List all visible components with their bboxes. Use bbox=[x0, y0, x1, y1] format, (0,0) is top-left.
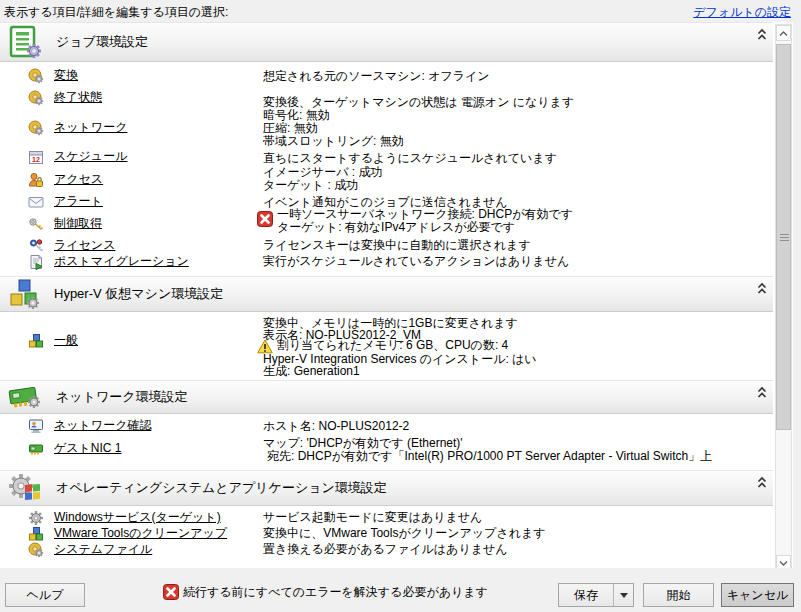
item-link-take-control[interactable]: 制御取得 bbox=[28, 215, 102, 232]
item-label: ゲストNIC 1 bbox=[54, 440, 122, 457]
item-label: スケジュール bbox=[54, 148, 127, 165]
detail-take-control-error-line2: ターゲット: 有効なIPv4アドレスが必要です bbox=[277, 221, 573, 234]
help-button-label: ヘルプ bbox=[27, 587, 64, 604]
save-dropdown-button[interactable] bbox=[613, 584, 633, 606]
nic-card-icon bbox=[28, 441, 44, 457]
item-link-windows-services[interactable]: Windowsサービス(ターゲット) bbox=[28, 509, 221, 526]
keys-icon bbox=[28, 216, 44, 232]
gear-disc-icon bbox=[28, 90, 44, 106]
vertical-scrollbar[interactable] bbox=[775, 24, 792, 572]
hyperv-vm-settings-icon bbox=[8, 278, 40, 310]
help-button[interactable]: ヘルプ bbox=[5, 583, 85, 607]
double-chevron-up-icon bbox=[756, 386, 768, 399]
chevron-up-icon bbox=[778, 29, 789, 38]
item-link-post-migration[interactable]: ポストマイグレーション bbox=[28, 253, 189, 270]
cubes-icon bbox=[28, 333, 44, 349]
start-button[interactable]: 開始 bbox=[643, 583, 714, 607]
detail-memory-cpu: 割り当てられたメモリ: 6 GB、CPUの数: 4 bbox=[277, 339, 508, 352]
dropdown-arrow-icon bbox=[620, 593, 628, 598]
script-play-icon bbox=[28, 254, 44, 270]
footer-error-text: 続行する前にすべてのエラーを解決する必要があります bbox=[183, 584, 488, 600]
item-label: アクセス bbox=[54, 171, 103, 188]
scroll-up-button[interactable] bbox=[776, 25, 791, 41]
detail-schedule: 直ちにスタートするようにスケジュールされています bbox=[263, 152, 557, 165]
item-label: 終了状態 bbox=[54, 89, 102, 106]
section-header-job: ジョブ環境設定 bbox=[0, 22, 773, 62]
double-chevron-up-icon bbox=[756, 476, 768, 489]
gear-disc-icon bbox=[28, 68, 44, 84]
item-label: 一般 bbox=[54, 332, 78, 349]
item-link-access[interactable]: アクセス bbox=[28, 171, 103, 188]
error-icon bbox=[257, 211, 273, 227]
item-link-conversion[interactable]: 変換 bbox=[28, 67, 78, 84]
collapse-os-button[interactable] bbox=[754, 474, 770, 490]
item-label: Windowsサービス(ターゲット) bbox=[54, 509, 221, 526]
item-link-system-files[interactable]: システムファイル bbox=[28, 541, 152, 558]
detail-source-machine: 想定される元のソースマシン: オフライン bbox=[263, 70, 490, 83]
save-button-label[interactable]: 保存 bbox=[559, 587, 613, 604]
detail-system-files: 置き換える必要があるファイルはありません bbox=[263, 543, 508, 556]
item-link-guest-nic[interactable]: ゲストNIC 1 bbox=[28, 440, 122, 457]
item-label: ポストマイグレーション bbox=[54, 253, 189, 270]
os-settings-icon bbox=[8, 472, 42, 504]
section-title-os: オペレーティングシステムとアプリケーション環境設定 bbox=[56, 479, 387, 497]
collapse-network-button[interactable] bbox=[754, 384, 770, 400]
section-title-hyperv: Hyper-V 仮想マシン環境設定 bbox=[54, 285, 223, 303]
collapse-hyperv-button[interactable] bbox=[754, 280, 770, 296]
defaults-settings-link[interactable]: デフォルトの設定 bbox=[693, 4, 791, 21]
item-link-schedule[interactable]: 12 スケジュール bbox=[28, 148, 127, 165]
section-header-hyperv: Hyper-V 仮想マシン環境設定 bbox=[0, 276, 773, 312]
page-title: 表示する項目/詳細を編集する項目の選択: bbox=[4, 4, 228, 21]
double-chevron-up-icon bbox=[756, 282, 768, 295]
double-chevron-up-icon bbox=[756, 28, 768, 41]
item-label: ネットワーク bbox=[54, 119, 127, 136]
chevron-down-icon bbox=[778, 559, 789, 568]
save-split-button[interactable]: 保存 bbox=[558, 583, 634, 607]
item-label: ネットワーク確認 bbox=[54, 417, 151, 434]
section-header-os: オペレーティングシステムとアプリケーション環境設定 bbox=[0, 470, 773, 506]
cancel-button[interactable]: キャンセル bbox=[721, 583, 794, 607]
detail-generation: 生成: Generation1 bbox=[263, 365, 360, 378]
gear-disc-icon bbox=[28, 120, 44, 136]
detail-services-mode: サービス起動モードに変更はありません bbox=[263, 511, 482, 524]
gear-icon bbox=[28, 510, 44, 526]
svg-text:12: 12 bbox=[32, 155, 40, 162]
job-configuration-window: 表示する項目/詳細を編集する項目の選択: デフォルトの設定 ジョブ環境設定 bbox=[0, 0, 801, 612]
error-icon bbox=[163, 584, 179, 600]
collapse-job-button[interactable] bbox=[754, 26, 770, 42]
item-link-end-states[interactable]: 終了状態 bbox=[28, 89, 102, 106]
calendar-icon: 12 bbox=[28, 149, 44, 165]
item-label: システムファイル bbox=[54, 541, 152, 558]
detail-nic-dest: 宛先: DHCPが有効です「Intel(R) PRO/1000 PT Serve… bbox=[267, 450, 712, 463]
start-button-label: 開始 bbox=[667, 587, 691, 604]
item-link-network-check[interactable]: ネットワーク確認 bbox=[28, 417, 151, 434]
license-key-icon bbox=[28, 238, 44, 254]
item-link-vmware-tools-cleanup[interactable]: VMware Toolsのクリーンアップ bbox=[28, 525, 227, 542]
section-title-network: ネットワーク環境設定 bbox=[56, 388, 188, 406]
detail-throttling: 帯域スロットリング: 無効 bbox=[263, 135, 404, 148]
user-computer-icon bbox=[28, 418, 44, 434]
scrollbar-thumb[interactable] bbox=[776, 44, 791, 430]
network-settings-icon bbox=[8, 382, 42, 412]
gear-disc-icon bbox=[28, 542, 44, 558]
item-label: 変換 bbox=[54, 67, 78, 84]
section-header-network: ネットワーク環境設定 bbox=[0, 380, 773, 414]
user-lock-icon bbox=[28, 172, 44, 188]
item-link-license[interactable]: ライセンス bbox=[28, 237, 115, 254]
item-label: ライセンス bbox=[54, 237, 115, 254]
detail-take-control-error: 一時ソースサーバネットワーク接続: DHCPが有効です ターゲット: 有効なIP… bbox=[257, 208, 573, 234]
item-label: VMware Toolsのクリーンアップ bbox=[54, 525, 227, 542]
cancel-button-label: キャンセル bbox=[727, 587, 788, 604]
item-link-network[interactable]: ネットワーク bbox=[28, 119, 127, 136]
detail-vmware-cleanup: 変換中に、VMware Toolsがクリーンアップされます bbox=[263, 527, 546, 540]
detail-license: ライセンスキーは変換中に自動的に選択されます bbox=[263, 239, 531, 252]
item-link-general[interactable]: 一般 bbox=[28, 332, 78, 349]
item-label: 制御取得 bbox=[54, 215, 102, 232]
error-text-block: 一時ソースサーバネットワーク接続: DHCPが有効です ターゲット: 有効なIP… bbox=[277, 208, 573, 234]
detail-post-migration: 実行がスケジュールされているアクションはありません bbox=[263, 255, 569, 268]
cubes-icon bbox=[28, 526, 44, 542]
detail-hostname: ホスト名: NO-PLUS2012-2 bbox=[263, 420, 409, 433]
detail-target-status: ターゲット : 成功 bbox=[263, 179, 358, 192]
scrollbar-grip bbox=[780, 234, 789, 241]
item-link-alerts[interactable]: アラート bbox=[28, 193, 103, 210]
